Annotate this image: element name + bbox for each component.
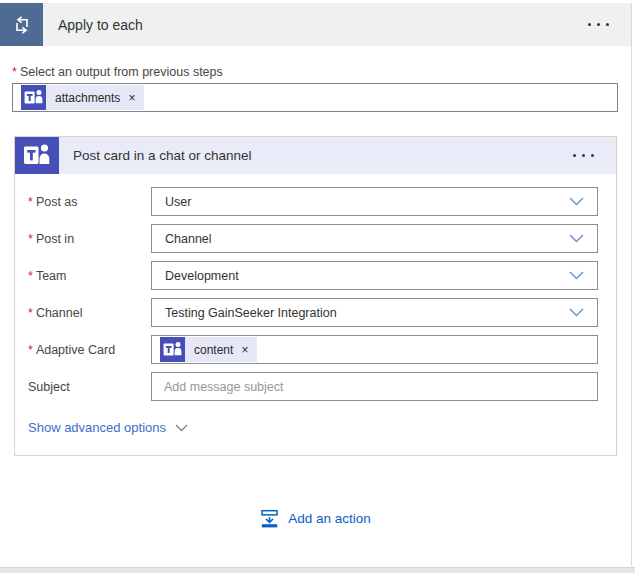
team-dropdown[interactable]: Development [151,261,598,290]
apply-to-each-title: Apply to each [43,17,143,33]
select-output-input[interactable]: attachments × [12,83,618,112]
subject-input[interactable] [152,373,597,400]
chevron-down-icon [175,424,188,432]
teams-action-card: Post card in a chat or channel *Post as … [14,136,617,456]
teams-action-header[interactable]: Post card in a chat or channel [15,137,616,174]
apply-to-each-menu-button[interactable] [588,3,631,46]
remove-token-button[interactable]: × [241,343,248,357]
adaptive-card-label: *Adaptive Card [15,343,151,357]
post-in-dropdown[interactable]: Channel [151,224,598,253]
show-advanced-options-link[interactable]: Show advanced options [28,420,188,435]
chevron-down-icon [569,234,584,243]
attachments-token[interactable]: attachments × [21,85,144,110]
teams-icon [21,85,46,110]
post-as-value: User [165,195,191,209]
next-card-edge [0,567,635,573]
apply-to-each-card: Apply to each *Select an output from pre… [0,3,632,566]
channel-label: *Channel [15,306,151,320]
select-output-label: *Select an output from previous steps [12,65,619,79]
post-in-label: *Post in [15,232,151,246]
token-label: attachments [55,91,120,105]
chevron-down-icon [569,197,584,206]
channel-value: Testing GainSeeker Integration [165,306,337,320]
team-label: *Team [15,269,151,283]
channel-dropdown[interactable]: Testing GainSeeker Integration [151,298,598,327]
token-label: content [194,343,233,357]
form-row-channel: *Channel Testing GainSeeker Integration [15,298,598,327]
teams-icon [160,337,185,362]
teams-action-title: Post card in a chat or channel [59,148,252,163]
chevron-down-icon [569,308,584,317]
form-row-subject: Subject [15,372,598,401]
post-as-label: *Post as [15,195,151,209]
form-row-post-as: *Post as User [15,187,598,216]
post-in-value: Channel [165,232,212,246]
post-as-dropdown[interactable]: User [151,187,598,216]
form-row-post-in: *Post in Channel [15,224,598,253]
form-row-team: *Team Development [15,261,598,290]
add-action-button[interactable]: Add an action [0,509,631,528]
token-pill: attachments × [46,85,144,110]
subject-label: Subject [15,380,151,394]
form-row-adaptive-card: *Adaptive Card [15,335,598,364]
add-action-label: Add an action [288,511,371,526]
teams-action-menu-button[interactable] [573,137,616,174]
apply-to-each-loop-icon [0,3,43,46]
content-token[interactable]: content × [160,337,257,362]
apply-to-each-header[interactable]: Apply to each [0,3,631,46]
adaptive-card-input[interactable]: content × [151,335,598,364]
token-pill: content × [185,337,257,362]
teams-connector-icon [15,137,59,174]
remove-token-button[interactable]: × [128,91,135,105]
add-action-icon [260,509,279,528]
required-asterisk: * [12,65,17,79]
team-value: Development [165,269,239,283]
subject-field [151,372,598,401]
chevron-down-icon [569,271,584,280]
